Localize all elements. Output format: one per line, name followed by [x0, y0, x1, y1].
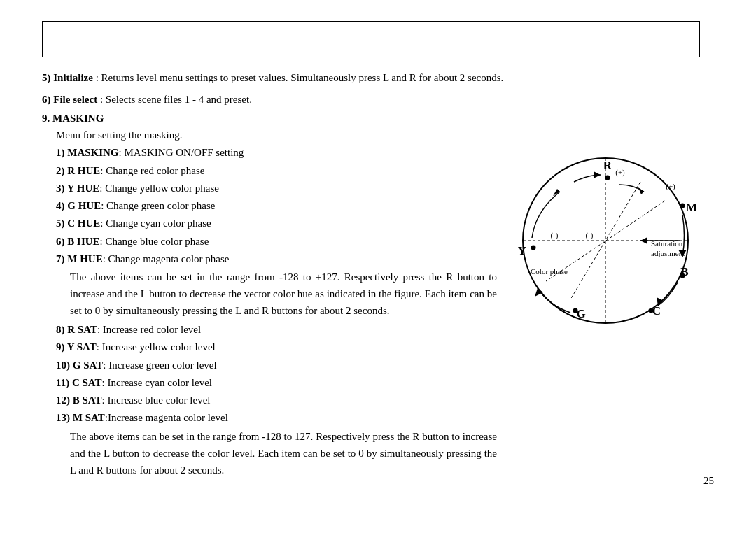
initialize-text: : Returns level menu settings to preset …	[93, 72, 503, 83]
item4-line: 4) G HUE: Change green color phase	[56, 198, 497, 214]
item10-line: 10) G SAT: Increase green color level	[56, 357, 497, 374]
item6-line: 6) B HUE: Change blue color phase	[56, 234, 497, 250]
item2-label: 2) R HUE	[56, 165, 100, 176]
item11-line: 11) C SAT: Increase cyan color level	[56, 375, 497, 391]
item12-text: : Increase blue color level	[102, 395, 211, 406]
item12-label: 12) B SAT	[56, 395, 102, 406]
item9-label: 9) Y SAT	[56, 341, 97, 353]
G-label: G	[576, 307, 585, 320]
C-dot	[649, 308, 654, 313]
page: 5) Initialize : Returns level menu setti…	[0, 0, 756, 502]
M-label: M	[686, 201, 697, 214]
item2-line: 2) R HUE: Change red color phase	[56, 163, 497, 179]
item1-line: 1) MASKING: MASKING ON/OFF setting	[56, 145, 497, 161]
item8-label: 8) R SAT	[56, 324, 97, 335]
page-number: 25	[704, 475, 714, 487]
item6-text: : Change blue color phase	[100, 236, 209, 247]
Y-dot	[531, 246, 536, 250]
masking-body: Menu for setting the masking. 1) MASKING…	[42, 127, 497, 267]
item8-text: : Increase red color level	[97, 324, 201, 335]
svg-marker-8	[535, 288, 543, 297]
minus-left-label: (-)	[551, 231, 559, 240]
Y-label: Y	[518, 244, 526, 257]
item5-line: 5) C HUE: Change cyan color phase	[56, 215, 497, 232]
left-content: Menu for setting the masking. 1) MASKING…	[42, 127, 497, 481]
G-dot	[573, 308, 578, 313]
M-dot	[680, 204, 685, 208]
item10-text: : Increase green color level	[103, 360, 216, 371]
item4-label: 4) G HUE	[56, 200, 101, 211]
item8-line: 8) R SAT: Increase red color level	[56, 322, 497, 338]
right-content: R M B C G Y (+) (+) (-) (-)	[497, 127, 714, 481]
item5-label: 5) C HUE	[56, 218, 100, 229]
color-wheel: R M B C G Y (+) (+) (-) (-)	[504, 134, 707, 337]
fileselect-label: 6) File select	[42, 94, 97, 105]
item13-text: :Increase magenta color level	[105, 412, 228, 423]
masking-heading: 9. MASKING	[42, 113, 714, 125]
item11-label: 11) C SAT	[56, 377, 102, 388]
C-label: C	[652, 304, 661, 318]
plus-r-label: (+)	[615, 168, 625, 177]
item9-text: : Increase yellow color level	[97, 341, 216, 353]
item12-line: 12) B SAT: Increase blue color level	[56, 392, 497, 408]
item5-text: : Change cyan color phase	[100, 218, 211, 229]
R-label: R	[603, 159, 612, 172]
B-dot	[680, 273, 685, 278]
svg-marker-10	[594, 171, 601, 178]
item10-label: 10) G SAT	[56, 360, 103, 371]
item3-text: : Change yellow color phase	[99, 183, 219, 194]
item1-text: : MASKING ON/OFF setting	[119, 147, 244, 158]
initialize-line: 5) Initialize : Returns level menu setti…	[42, 70, 714, 86]
masking-intro: Menu for setting the masking.	[56, 127, 497, 143]
sat-items: 8) R SAT: Increase red color level 9) Y …	[42, 322, 497, 427]
item7-line: 7) M HUE: Change magenta color phase	[56, 251, 497, 267]
body-text-1: The above items can be set in the range …	[42, 269, 497, 319]
minus-right-label: (-)	[586, 231, 594, 240]
item7-text: : Change magenta color phase	[103, 253, 230, 264]
item1-label: 1) MASKING	[56, 147, 119, 158]
item13-label: 13) M SAT	[56, 412, 105, 423]
fileselect-text: : Selects scene files 1 - 4 and preset.	[97, 94, 252, 105]
R-dot	[606, 176, 610, 180]
svg-marker-12	[640, 237, 648, 244]
color-phase-label: Color phase	[531, 267, 568, 276]
plus-m-label: (+)	[666, 182, 676, 191]
item4-text: : Change green color phase	[101, 200, 215, 211]
item3-line: 3) Y HUE: Change yellow color phase	[56, 180, 497, 197]
item11-text: : Increase cyan color level	[102, 377, 212, 388]
item9-line: 9) Y SAT: Increase yellow color level	[56, 339, 497, 355]
body-text-2: The above items can be set in the range …	[42, 428, 497, 478]
fileselect-line: 6) File select : Selects scene files 1 -…	[42, 92, 714, 108]
initialize-label: 5) Initialize	[42, 72, 93, 83]
item7-label: 7) M HUE	[56, 253, 103, 264]
top-box	[42, 21, 700, 57]
item6-label: 6) B HUE	[56, 236, 100, 247]
item3-label: 3) Y HUE	[56, 183, 99, 194]
item13-line: 13) M SAT:Increase magenta color level	[56, 410, 497, 426]
item2-text: : Change red color phase	[100, 165, 204, 176]
content-area: Menu for setting the masking. 1) MASKING…	[42, 127, 714, 481]
color-wheel-svg: R M B C G Y (+) (+) (-) (-)	[504, 134, 707, 337]
